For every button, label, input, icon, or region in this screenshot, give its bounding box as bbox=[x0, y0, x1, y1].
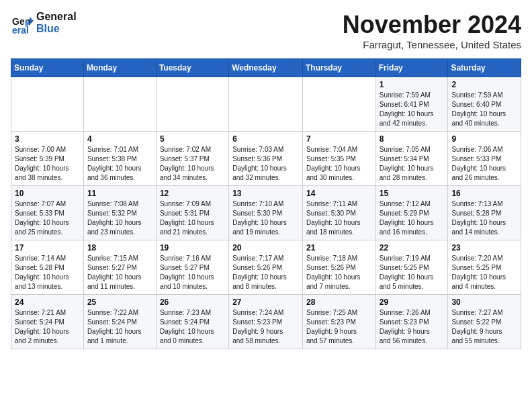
day-info: Sunrise: 7:01 AM Sunset: 5:38 PM Dayligh… bbox=[87, 145, 152, 183]
day-number: 27 bbox=[232, 298, 299, 307]
day-cell: 22Sunrise: 7:19 AM Sunset: 5:25 PM Dayli… bbox=[375, 240, 448, 295]
day-cell: 26Sunrise: 7:23 AM Sunset: 5:24 PM Dayli… bbox=[156, 295, 228, 349]
day-number: 5 bbox=[160, 134, 225, 144]
day-info: Sunrise: 7:06 AM Sunset: 5:33 PM Dayligh… bbox=[451, 145, 517, 183]
title-block: November 2024 Farragut, Tennessee, Unite… bbox=[343, 11, 521, 50]
week-row-3: 10Sunrise: 7:07 AM Sunset: 5:33 PM Dayli… bbox=[11, 186, 521, 240]
svg-marker-2 bbox=[30, 17, 34, 25]
day-info: Sunrise: 7:15 AM Sunset: 5:27 PM Dayligh… bbox=[87, 254, 152, 291]
day-number: 26 bbox=[160, 298, 225, 307]
day-info: Sunrise: 7:22 AM Sunset: 5:24 PM Dayligh… bbox=[87, 308, 152, 346]
day-info: Sunrise: 7:11 AM Sunset: 5:30 PM Dayligh… bbox=[306, 199, 372, 237]
day-info: Sunrise: 7:00 AM Sunset: 5:39 PM Dayligh… bbox=[15, 145, 80, 183]
day-number: 22 bbox=[380, 243, 445, 253]
day-cell: 4Sunrise: 7:01 AM Sunset: 5:38 PM Daylig… bbox=[83, 132, 156, 186]
day-info: Sunrise: 7:04 AM Sunset: 5:35 PM Dayligh… bbox=[306, 145, 372, 183]
day-info: Sunrise: 7:03 AM Sunset: 5:36 PM Dayligh… bbox=[232, 145, 299, 183]
day-cell: 2Sunrise: 7:59 AM Sunset: 6:40 PM Daylig… bbox=[448, 77, 521, 132]
day-info: Sunrise: 7:17 AM Sunset: 5:26 PM Dayligh… bbox=[232, 254, 299, 291]
day-cell: 12Sunrise: 7:09 AM Sunset: 5:31 PM Dayli… bbox=[156, 186, 228, 240]
day-info: Sunrise: 7:14 AM Sunset: 5:28 PM Dayligh… bbox=[15, 254, 80, 291]
header-row: Sunday Monday Tuesday Wednesday Thursday… bbox=[11, 59, 521, 77]
day-cell: 3Sunrise: 7:00 AM Sunset: 5:39 PM Daylig… bbox=[11, 132, 84, 186]
day-cell: 18Sunrise: 7:15 AM Sunset: 5:27 PM Dayli… bbox=[83, 240, 156, 295]
day-number: 17 bbox=[15, 243, 80, 253]
day-number: 18 bbox=[87, 243, 152, 253]
day-cell bbox=[11, 77, 84, 132]
day-cell bbox=[229, 77, 303, 132]
header-saturday: Saturday bbox=[448, 59, 521, 77]
day-cell: 8Sunrise: 7:05 AM Sunset: 5:34 PM Daylig… bbox=[375, 132, 448, 186]
day-info: Sunrise: 7:18 AM Sunset: 5:26 PM Dayligh… bbox=[306, 254, 372, 291]
day-info: Sunrise: 7:27 AM Sunset: 5:22 PM Dayligh… bbox=[451, 308, 517, 346]
day-info: Sunrise: 7:09 AM Sunset: 5:31 PM Dayligh… bbox=[160, 199, 225, 237]
day-number: 1 bbox=[380, 80, 445, 89]
day-cell: 13Sunrise: 7:10 AM Sunset: 5:30 PM Dayli… bbox=[229, 186, 303, 240]
header-thursday: Thursday bbox=[302, 59, 375, 77]
header-wednesday: Wednesday bbox=[229, 59, 303, 77]
day-number: 25 bbox=[87, 298, 152, 307]
day-info: Sunrise: 7:59 AM Sunset: 6:40 PM Dayligh… bbox=[451, 91, 517, 128]
day-number: 19 bbox=[160, 243, 225, 253]
day-cell bbox=[156, 77, 228, 132]
day-info: Sunrise: 7:26 AM Sunset: 5:23 PM Dayligh… bbox=[380, 308, 445, 346]
day-info: Sunrise: 7:21 AM Sunset: 5:24 PM Dayligh… bbox=[15, 308, 80, 346]
day-info: Sunrise: 7:20 AM Sunset: 5:25 PM Dayligh… bbox=[451, 254, 517, 291]
day-cell: 28Sunrise: 7:25 AM Sunset: 5:23 PM Dayli… bbox=[302, 295, 375, 349]
day-cell: 11Sunrise: 7:08 AM Sunset: 5:32 PM Dayli… bbox=[83, 186, 156, 240]
day-cell: 14Sunrise: 7:11 AM Sunset: 5:30 PM Dayli… bbox=[302, 186, 375, 240]
week-row-2: 3Sunrise: 7:00 AM Sunset: 5:39 PM Daylig… bbox=[11, 132, 521, 186]
header-monday: Monday bbox=[83, 59, 156, 77]
page-header: Gen eral General Blue November 2024 Farr… bbox=[11, 11, 521, 50]
header-tuesday: Tuesday bbox=[156, 59, 228, 77]
day-cell: 15Sunrise: 7:12 AM Sunset: 5:29 PM Dayli… bbox=[375, 186, 448, 240]
week-row-5: 24Sunrise: 7:21 AM Sunset: 5:24 PM Dayli… bbox=[11, 295, 521, 349]
header-friday: Friday bbox=[375, 59, 448, 77]
day-cell: 23Sunrise: 7:20 AM Sunset: 5:25 PM Dayli… bbox=[448, 240, 521, 295]
day-info: Sunrise: 7:23 AM Sunset: 5:24 PM Dayligh… bbox=[160, 308, 225, 346]
day-number: 15 bbox=[380, 189, 445, 198]
day-cell: 25Sunrise: 7:22 AM Sunset: 5:24 PM Dayli… bbox=[83, 295, 156, 349]
day-info: Sunrise: 7:25 AM Sunset: 5:23 PM Dayligh… bbox=[306, 308, 372, 346]
day-info: Sunrise: 7:07 AM Sunset: 5:33 PM Dayligh… bbox=[15, 199, 80, 237]
day-info: Sunrise: 7:16 AM Sunset: 5:27 PM Dayligh… bbox=[160, 254, 225, 291]
logo-icon: Gen eral bbox=[11, 11, 34, 34]
day-cell: 7Sunrise: 7:04 AM Sunset: 5:35 PM Daylig… bbox=[302, 132, 375, 186]
calendar-table: Sunday Monday Tuesday Wednesday Thursday… bbox=[11, 58, 521, 349]
day-number: 10 bbox=[15, 189, 80, 198]
week-row-4: 17Sunrise: 7:14 AM Sunset: 5:28 PM Dayli… bbox=[11, 240, 521, 295]
day-number: 9 bbox=[451, 134, 517, 144]
day-cell: 17Sunrise: 7:14 AM Sunset: 5:28 PM Dayli… bbox=[11, 240, 84, 295]
day-cell: 24Sunrise: 7:21 AM Sunset: 5:24 PM Dayli… bbox=[11, 295, 84, 349]
day-number: 6 bbox=[232, 134, 299, 144]
logo: Gen eral General Blue bbox=[11, 11, 77, 34]
week-row-1: 1Sunrise: 7:59 AM Sunset: 6:41 PM Daylig… bbox=[11, 77, 521, 132]
day-cell: 30Sunrise: 7:27 AM Sunset: 5:22 PM Dayli… bbox=[448, 295, 521, 349]
day-number: 24 bbox=[15, 298, 80, 307]
day-cell: 6Sunrise: 7:03 AM Sunset: 5:36 PM Daylig… bbox=[229, 132, 303, 186]
month-title: November 2024 bbox=[343, 11, 521, 39]
location: Farragut, Tennessee, United States bbox=[343, 39, 521, 50]
day-number: 20 bbox=[232, 243, 299, 253]
day-cell: 21Sunrise: 7:18 AM Sunset: 5:26 PM Dayli… bbox=[302, 240, 375, 295]
day-number: 11 bbox=[87, 189, 152, 198]
day-cell: 9Sunrise: 7:06 AM Sunset: 5:33 PM Daylig… bbox=[448, 132, 521, 186]
day-number: 14 bbox=[306, 189, 372, 198]
day-number: 30 bbox=[451, 298, 517, 307]
day-cell: 16Sunrise: 7:13 AM Sunset: 5:28 PM Dayli… bbox=[448, 186, 521, 240]
day-cell bbox=[83, 77, 156, 132]
day-cell: 27Sunrise: 7:24 AM Sunset: 5:23 PM Dayli… bbox=[229, 295, 303, 349]
day-number: 13 bbox=[232, 189, 299, 198]
logo-part2: Blue bbox=[36, 23, 77, 35]
day-cell: 19Sunrise: 7:16 AM Sunset: 5:27 PM Dayli… bbox=[156, 240, 228, 295]
day-info: Sunrise: 7:02 AM Sunset: 5:37 PM Dayligh… bbox=[160, 145, 225, 183]
day-info: Sunrise: 7:19 AM Sunset: 5:25 PM Dayligh… bbox=[380, 254, 445, 291]
day-cell: 20Sunrise: 7:17 AM Sunset: 5:26 PM Dayli… bbox=[229, 240, 303, 295]
day-number: 7 bbox=[306, 134, 372, 144]
day-number: 12 bbox=[160, 189, 225, 198]
day-number: 29 bbox=[380, 298, 445, 307]
day-number: 8 bbox=[380, 134, 445, 144]
day-cell: 10Sunrise: 7:07 AM Sunset: 5:33 PM Dayli… bbox=[11, 186, 84, 240]
day-cell: 1Sunrise: 7:59 AM Sunset: 6:41 PM Daylig… bbox=[375, 77, 448, 132]
day-cell: 5Sunrise: 7:02 AM Sunset: 5:37 PM Daylig… bbox=[156, 132, 228, 186]
